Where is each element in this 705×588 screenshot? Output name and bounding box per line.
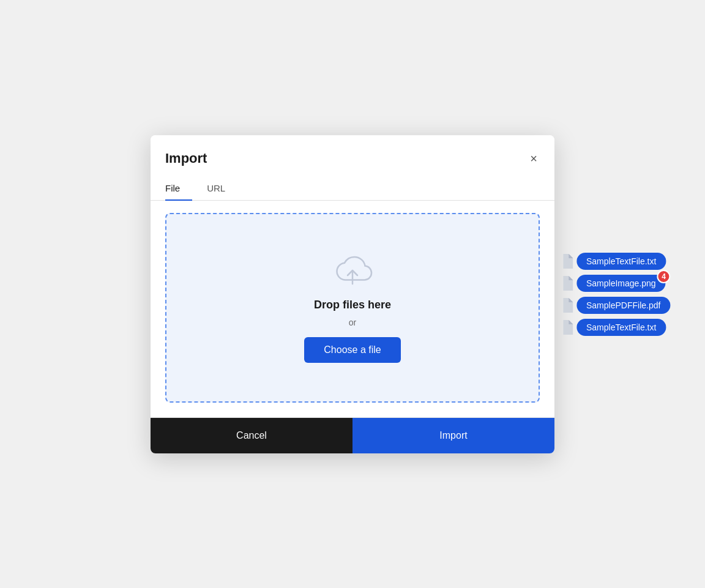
- dialog-title: Import: [165, 151, 207, 166]
- file-name: SamplePDFFile.pdf: [576, 297, 670, 314]
- file-icon: [561, 320, 573, 335]
- dialog-body: Drop files here or Choose a file: [151, 201, 554, 417]
- list-item: SamplePDFFile.pdf: [561, 297, 670, 314]
- file-name: SampleTextFile.txt: [576, 253, 666, 270]
- file-list-overlay: SampleTextFile.txt SampleImage.png 4: [561, 253, 670, 336]
- list-item: SampleTextFile.txt: [561, 319, 670, 336]
- list-item: SampleImage.png 4: [561, 275, 670, 292]
- tab-file[interactable]: File: [165, 177, 192, 201]
- badge-wrapper: SampleImage.png 4: [576, 275, 666, 292]
- dialog-footer: Cancel Import: [151, 417, 554, 453]
- list-item: SampleTextFile.txt: [561, 253, 670, 270]
- drop-zone[interactable]: Drop files here or Choose a file: [165, 213, 540, 403]
- file-count-badge: 4: [657, 270, 671, 283]
- file-name: SampleImage.png: [576, 275, 666, 292]
- cancel-button[interactable]: Cancel: [151, 418, 352, 453]
- dialog-header: Import ×: [151, 135, 554, 167]
- tabs-bar: File URL: [151, 177, 554, 201]
- file-icon: [561, 276, 573, 291]
- drop-text: Drop files here: [314, 299, 391, 311]
- file-name: SampleTextFile.txt: [576, 319, 666, 336]
- close-button[interactable]: ×: [528, 150, 540, 167]
- or-text: or: [349, 318, 356, 327]
- import-button[interactable]: Import: [352, 418, 554, 453]
- file-icon: [561, 298, 573, 313]
- file-icon: [561, 254, 573, 269]
- dialog-wrapper: Import × File URL Drop files here: [151, 135, 554, 453]
- tab-url[interactable]: URL: [207, 177, 237, 201]
- import-dialog: Import × File URL Drop files here: [151, 135, 554, 453]
- cloud-upload-icon: [330, 252, 375, 289]
- choose-file-button[interactable]: Choose a file: [304, 337, 400, 363]
